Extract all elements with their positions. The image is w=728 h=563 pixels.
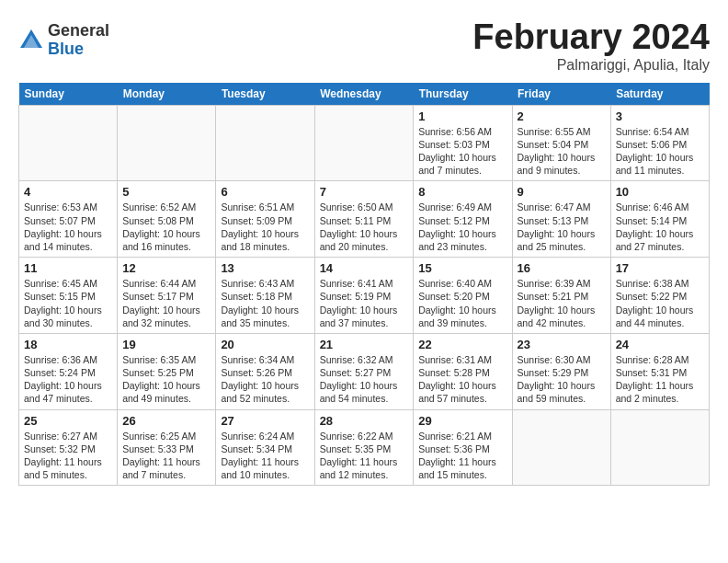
day-info: Sunrise: 6:46 AM Sunset: 5:14 PM Dayligh…: [616, 201, 704, 253]
calendar-cell: 26Sunrise: 6:25 AM Sunset: 5:33 PM Dayli…: [118, 409, 216, 486]
day-info: Sunrise: 6:24 AM Sunset: 5:34 PM Dayligh…: [221, 430, 309, 482]
header-row: SundayMondayTuesdayWednesdayThursdayFrid…: [19, 83, 710, 106]
day-info: Sunrise: 6:55 AM Sunset: 5:04 PM Dayligh…: [518, 125, 606, 178]
calendar-cell: 14Sunrise: 6:41 AM Sunset: 5:19 PM Dayli…: [314, 258, 414, 334]
calendar-cell: 3Sunrise: 6:54 AM Sunset: 5:06 PM Daylig…: [610, 105, 709, 181]
day-number: 11: [24, 261, 112, 275]
calendar-cell: 17Sunrise: 6:38 AM Sunset: 5:22 PM Dayli…: [610, 258, 709, 334]
day-info: Sunrise: 6:32 AM Sunset: 5:27 PM Dayligh…: [320, 353, 409, 406]
day-info: Sunrise: 6:43 AM Sunset: 5:18 PM Dayligh…: [221, 277, 309, 329]
day-number: 8: [418, 185, 506, 199]
logo: General Blue: [18, 22, 109, 59]
calendar-cell: 5Sunrise: 6:52 AM Sunset: 5:08 PM Daylig…: [118, 181, 216, 258]
day-info: Sunrise: 6:31 AM Sunset: 5:28 PM Dayligh…: [418, 353, 506, 406]
day-info: Sunrise: 6:47 AM Sunset: 5:13 PM Dayligh…: [518, 201, 606, 253]
day-info: Sunrise: 6:41 AM Sunset: 5:19 PM Dayligh…: [320, 277, 409, 329]
calendar-week-row: 4Sunrise: 6:53 AM Sunset: 5:07 PM Daylig…: [19, 181, 710, 258]
day-number: 4: [24, 185, 112, 199]
day-number: 17: [616, 261, 704, 275]
calendar-cell: 18Sunrise: 6:36 AM Sunset: 5:24 PM Dayli…: [19, 333, 118, 409]
day-number: 29: [418, 414, 506, 428]
location-title: Palmariggi, Apulia, Italy: [472, 57, 710, 74]
calendar-cell: 28Sunrise: 6:22 AM Sunset: 5:35 PM Dayli…: [314, 409, 414, 486]
day-info: Sunrise: 6:50 AM Sunset: 5:11 PM Dayligh…: [320, 201, 409, 253]
weekday-header: Saturday: [610, 83, 709, 106]
day-number: 12: [122, 261, 210, 275]
calendar-cell: [216, 105, 314, 181]
calendar-cell: 16Sunrise: 6:39 AM Sunset: 5:21 PM Dayli…: [512, 258, 610, 334]
weekday-header: Friday: [512, 83, 610, 106]
day-info: Sunrise: 6:52 AM Sunset: 5:08 PM Dayligh…: [122, 201, 210, 253]
day-info: Sunrise: 6:45 AM Sunset: 5:15 PM Dayligh…: [24, 277, 112, 329]
day-number: 27: [221, 414, 309, 428]
day-number: 19: [122, 338, 210, 351]
calendar-cell: 27Sunrise: 6:24 AM Sunset: 5:34 PM Dayli…: [216, 409, 314, 486]
logo-blue-text: Blue: [48, 40, 109, 59]
calendar-cell: [512, 409, 610, 486]
day-number: 9: [518, 185, 606, 199]
day-number: 6: [221, 185, 309, 199]
day-info: Sunrise: 6:44 AM Sunset: 5:17 PM Dayligh…: [122, 277, 210, 329]
calendar-cell: [19, 105, 118, 181]
weekday-header: Monday: [118, 83, 216, 106]
day-number: 14: [320, 261, 409, 275]
day-number: 20: [221, 338, 309, 351]
day-number: 3: [616, 109, 704, 123]
calendar-week-row: 25Sunrise: 6:27 AM Sunset: 5:32 PM Dayli…: [19, 409, 710, 486]
calendar-cell: 10Sunrise: 6:46 AM Sunset: 5:14 PM Dayli…: [610, 181, 709, 258]
calendar-cell: [610, 409, 709, 486]
day-info: Sunrise: 6:21 AM Sunset: 5:36 PM Dayligh…: [418, 430, 506, 482]
day-info: Sunrise: 6:30 AM Sunset: 5:29 PM Dayligh…: [518, 353, 606, 406]
title-block: February 2024 Palmariggi, Apulia, Italy: [472, 18, 710, 74]
day-number: 7: [320, 185, 409, 199]
day-number: 23: [518, 338, 606, 351]
page-header: General Blue February 2024 Palmariggi, A…: [18, 18, 710, 74]
calendar-cell: 25Sunrise: 6:27 AM Sunset: 5:32 PM Dayli…: [19, 409, 118, 486]
calendar-cell: 13Sunrise: 6:43 AM Sunset: 5:18 PM Dayli…: [216, 258, 314, 334]
calendar-cell: 29Sunrise: 6:21 AM Sunset: 5:36 PM Dayli…: [414, 409, 512, 486]
calendar-header: SundayMondayTuesdayWednesdayThursdayFrid…: [19, 83, 710, 106]
day-info: Sunrise: 6:51 AM Sunset: 5:09 PM Dayligh…: [221, 201, 309, 253]
day-info: Sunrise: 6:28 AM Sunset: 5:31 PM Dayligh…: [616, 353, 704, 406]
day-number: 2: [518, 109, 606, 123]
logo-general-text: General: [48, 22, 109, 40]
day-number: 22: [418, 338, 506, 351]
calendar-cell: [314, 105, 414, 181]
day-info: Sunrise: 6:38 AM Sunset: 5:22 PM Dayligh…: [616, 277, 704, 329]
day-info: Sunrise: 6:25 AM Sunset: 5:33 PM Dayligh…: [122, 430, 210, 482]
weekday-header: Thursday: [414, 83, 512, 106]
logo-icon: [18, 28, 44, 53]
day-info: Sunrise: 6:49 AM Sunset: 5:12 PM Dayligh…: [418, 201, 506, 253]
day-number: 24: [616, 338, 704, 351]
day-number: 28: [320, 414, 409, 428]
day-info: Sunrise: 6:54 AM Sunset: 5:06 PM Dayligh…: [616, 125, 704, 178]
day-info: Sunrise: 6:40 AM Sunset: 5:20 PM Dayligh…: [418, 277, 506, 329]
calendar-cell: 12Sunrise: 6:44 AM Sunset: 5:17 PM Dayli…: [118, 258, 216, 334]
calendar-cell: 8Sunrise: 6:49 AM Sunset: 5:12 PM Daylig…: [414, 181, 512, 258]
day-number: 13: [221, 261, 309, 275]
day-number: 18: [24, 338, 112, 351]
day-info: Sunrise: 6:27 AM Sunset: 5:32 PM Dayligh…: [24, 430, 112, 482]
calendar-cell: 19Sunrise: 6:35 AM Sunset: 5:25 PM Dayli…: [118, 333, 216, 409]
calendar-table: SundayMondayTuesdayWednesdayThursdayFrid…: [18, 83, 710, 486]
day-number: 26: [122, 414, 210, 428]
calendar-cell: 6Sunrise: 6:51 AM Sunset: 5:09 PM Daylig…: [216, 181, 314, 258]
calendar-week-row: 1Sunrise: 6:56 AM Sunset: 5:03 PM Daylig…: [19, 105, 710, 181]
day-info: Sunrise: 6:34 AM Sunset: 5:26 PM Dayligh…: [221, 353, 309, 406]
day-info: Sunrise: 6:22 AM Sunset: 5:35 PM Dayligh…: [320, 430, 409, 482]
day-number: 5: [122, 185, 210, 199]
day-number: 10: [616, 185, 704, 199]
month-title: February 2024: [472, 18, 710, 57]
calendar-week-row: 11Sunrise: 6:45 AM Sunset: 5:15 PM Dayli…: [19, 258, 710, 334]
calendar-cell: 24Sunrise: 6:28 AM Sunset: 5:31 PM Dayli…: [610, 333, 709, 409]
day-info: Sunrise: 6:56 AM Sunset: 5:03 PM Dayligh…: [418, 125, 506, 178]
calendar-cell: 22Sunrise: 6:31 AM Sunset: 5:28 PM Dayli…: [414, 333, 512, 409]
calendar-cell: 20Sunrise: 6:34 AM Sunset: 5:26 PM Dayli…: [216, 333, 314, 409]
day-info: Sunrise: 6:35 AM Sunset: 5:25 PM Dayligh…: [122, 353, 210, 406]
day-number: 15: [418, 261, 506, 275]
day-info: Sunrise: 6:53 AM Sunset: 5:07 PM Dayligh…: [24, 201, 112, 253]
calendar-cell: 21Sunrise: 6:32 AM Sunset: 5:27 PM Dayli…: [314, 333, 414, 409]
day-info: Sunrise: 6:36 AM Sunset: 5:24 PM Dayligh…: [24, 353, 112, 406]
calendar-cell: 7Sunrise: 6:50 AM Sunset: 5:11 PM Daylig…: [314, 181, 414, 258]
calendar-cell: [118, 105, 216, 181]
